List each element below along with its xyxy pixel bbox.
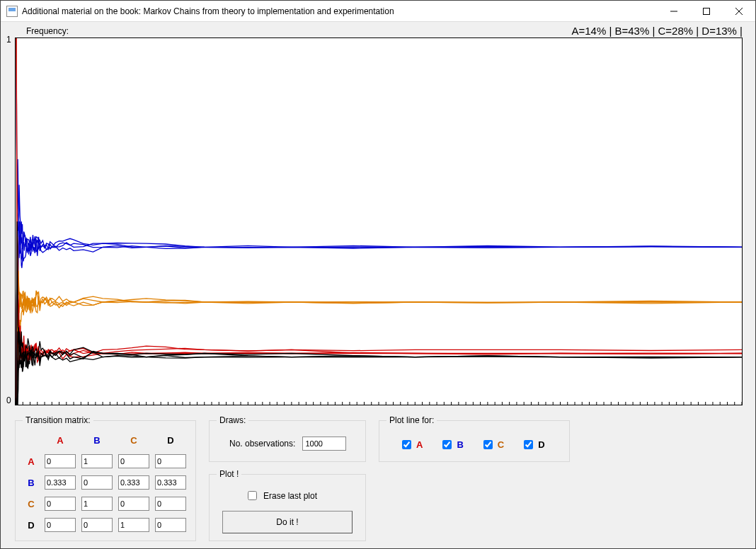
tm-col-header-C: C — [130, 435, 137, 446]
chart-series-D-run2 — [16, 331, 742, 405]
tm-cell-D-B[interactable] — [81, 518, 113, 532]
chart-series-D-run3 — [16, 327, 742, 405]
tm-cell-A-D[interactable] — [155, 454, 186, 468]
tm-cell-C-C[interactable] — [118, 497, 149, 511]
chart-series-C-run2 — [16, 221, 742, 405]
observations-label: No. observations: — [229, 439, 295, 449]
chart-series-A-run2 — [16, 38, 742, 364]
tm-cell-C-D[interactable] — [155, 497, 186, 511]
tm-cell-B-C[interactable] — [118, 475, 149, 490]
plot-action-group: Plot ! Erase last plot Do it ! — [209, 469, 366, 541]
draws-group: Draws: No. observations: — [209, 415, 366, 462]
status-line: A=14% | B=43% | C=28% | D=13% | — [571, 25, 743, 37]
close-button[interactable] — [723, 1, 755, 21]
tm-cell-A-C[interactable] — [118, 454, 149, 468]
controls-row: Transition matrix: ABCDABCD Draws: No. o… — [15, 415, 743, 541]
tm-cell-D-D[interactable] — [155, 518, 186, 532]
plotline-checkbox-A[interactable] — [402, 440, 411, 449]
tm-cell-D-A[interactable] — [45, 518, 76, 532]
observations-input[interactable] — [302, 437, 346, 451]
plot-area — [15, 37, 743, 405]
maximize-button[interactable] — [690, 1, 723, 21]
plotline-label-C: C — [498, 439, 504, 450]
tm-cell-D-C[interactable] — [118, 518, 149, 532]
tm-col-header-B: B — [93, 435, 100, 446]
tm-row-header-B: B — [28, 478, 34, 488]
tm-col-header-D: D — [167, 435, 173, 446]
tm-cell-A-A[interactable] — [45, 454, 76, 468]
erase-last-plot-checkbox[interactable] — [248, 491, 257, 500]
close-icon — [735, 8, 743, 15]
tm-cell-A-B[interactable] — [81, 454, 113, 468]
transition-matrix-group: Transition matrix: ABCDABCD — [15, 415, 196, 541]
tm-col-header-A: A — [57, 435, 63, 446]
chart-svg — [16, 38, 742, 405]
erase-last-plot-label: Erase last plot — [263, 491, 317, 501]
minimize-icon — [670, 8, 677, 15]
transition-matrix-legend: Transition matrix: — [23, 415, 93, 425]
chart-series-B-run1 — [16, 38, 742, 258]
chart-series-B-run3 — [16, 38, 742, 260]
app-icon — [6, 6, 18, 17]
plotline-label-B: B — [457, 439, 463, 450]
plotline-label-A: A — [416, 439, 423, 450]
do-it-button[interactable]: Do it ! — [222, 511, 353, 533]
plotline-checkbox-B[interactable] — [442, 440, 452, 449]
tm-row-header-A: A — [28, 456, 34, 467]
chart-series-C-run4 — [16, 38, 742, 313]
tm-cell-B-D[interactable] — [155, 475, 186, 490]
app-window: Additional material on the book: Markov … — [0, 0, 756, 549]
chart-series-A-run1 — [16, 221, 742, 405]
window-title: Additional material on the book: Markov … — [22, 6, 394, 16]
plotline-label-D: D — [538, 439, 544, 450]
chart-series-B-run2 — [16, 185, 742, 405]
maximize-icon — [703, 8, 710, 15]
svg-rect-1 — [704, 8, 710, 14]
tm-cell-B-B[interactable] — [81, 475, 113, 490]
tm-row-header-D: D — [28, 520, 34, 531]
chart-series-B-run4 — [16, 221, 742, 405]
client-area: A=14% | B=43% | C=28% | D=13% | Frequenc… — [1, 22, 755, 548]
plot-action-legend: Plot ! — [217, 469, 241, 479]
y-tick-max: 1 — [6, 35, 11, 45]
minimize-button[interactable] — [658, 1, 690, 21]
chart-series-A-run4 — [16, 330, 742, 405]
tm-row-header-C: C — [28, 499, 34, 509]
y-tick-min: 0 — [6, 395, 11, 405]
tm-cell-C-B[interactable] — [81, 497, 113, 511]
tm-cell-B-A[interactable] — [45, 475, 76, 490]
draws-legend: Draws: — [217, 415, 248, 425]
plot-line-legend: Plot line for: — [386, 415, 437, 425]
chart-series-D-run1 — [16, 331, 742, 405]
chart-series-C-run3 — [16, 291, 742, 405]
tm-cell-C-A[interactable] — [45, 497, 76, 511]
titlebar: Additional material on the book: Markov … — [1, 1, 755, 22]
plotline-checkbox-C[interactable] — [483, 440, 493, 449]
chart-series-D-run4 — [16, 221, 742, 405]
y-axis-label: Frequency: — [26, 26, 69, 36]
plotline-checkbox-D[interactable] — [524, 440, 533, 449]
plot-line-group: Plot line for: ABCD — [379, 415, 570, 462]
